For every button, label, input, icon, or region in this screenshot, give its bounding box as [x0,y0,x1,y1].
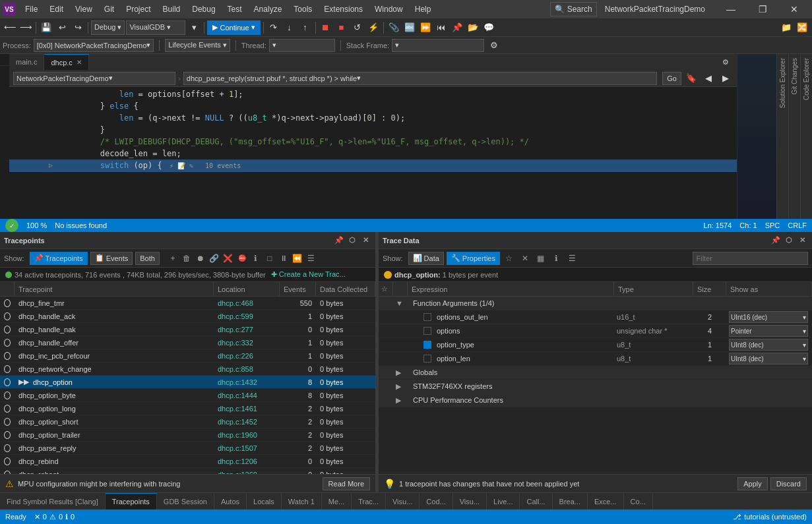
show-events-button[interactable]: 📋 Events [90,252,133,265]
bottom-tab-me---[interactable]: Me... [322,493,352,510]
step-over-button[interactable]: ↷ [266,20,281,35]
continue-button[interactable]: ▶ Continue ▾ [207,20,260,35]
minimize-button[interactable]: — [716,0,746,18]
item-checkbox[interactable] [423,327,431,335]
extra-btn-4[interactable]: ⏮ [434,20,449,35]
table-row[interactable]: dhcp_parse_reply dhcp.c:1507 2 0 bytes [0,442,375,455]
menu-build[interactable]: Build [158,1,186,17]
visualgdb-dropdown[interactable]: VisualGDB ▾ [126,20,185,35]
zoom-level[interactable]: 100 % [26,221,47,229]
trace-panel-pin-button[interactable]: 📌 [770,235,782,247]
menu-tools[interactable]: Tools [288,1,317,17]
tab-close-icon[interactable]: ✕ [77,59,82,66]
item-show-as[interactable]: UInt8 (dec) ▾ [726,338,812,351]
menu-file[interactable]: File [20,1,43,17]
menu-git[interactable]: Git [99,1,119,17]
trace-panel-close-button[interactable]: ✕ [796,235,808,247]
discard-button[interactable]: Discard [770,477,807,490]
table-row[interactable]: dhcp_fine_tmr dhcp.c:468 550 0 bytes [0,297,375,310]
show-both-button[interactable]: Both [135,252,160,265]
tp-menu-button[interactable]: ☰ [305,252,318,265]
menu-project[interactable]: Project [121,1,156,17]
bottom-tab-trac---[interactable]: Trac... [352,493,386,510]
tp-record-button[interactable]: ⏺ [194,252,207,265]
hot-reload-button[interactable]: ⚡ [366,20,381,35]
menu-search-box[interactable]: 🔍 Search [550,2,597,16]
tp-rewind-button[interactable]: ⏪ [291,252,304,265]
extra-btn-7[interactable]: 💬 [482,20,496,35]
record-button[interactable]: ⏹ [319,20,333,35]
item-show-as[interactable]: UInt16 (dec) ▾ [726,310,812,324]
item-checkbox[interactable] [423,355,431,363]
list-item[interactable]: options unsigned char * 4 Pointer ▾ [379,324,812,338]
tp-export-button[interactable]: □ [263,252,276,265]
git-changes-tab[interactable]: Git Changes [790,54,799,99]
trace-show-data-button[interactable]: 📊 Data [408,252,444,265]
lifecycle-dropdown[interactable]: Lifecycle Events ▾ [165,39,230,52]
stack-dropdown[interactable]: ▾ [392,39,484,52]
item-checkbox[interactable] [423,341,431,349]
process-dropdown[interactable]: [0x0] NetworkPacketTracingDemo ▾ [34,39,154,52]
menu-analyze[interactable]: Analyze [249,1,288,17]
tp-panel-float-button[interactable]: ⬡ [346,235,358,247]
tp-link-button[interactable]: 🔗 [208,252,221,265]
table-row[interactable]: dhcp_rebind dhcp.c:1206 0 0 bytes [0,455,375,468]
bottom-tab-call---[interactable]: Call... [520,493,552,510]
editor-settings-button[interactable]: ⚙ [718,55,733,69]
extra-btn-6[interactable]: 📂 [466,20,480,35]
maximize-button[interactable]: ❐ [747,0,778,18]
menu-extensions[interactable]: Extensions [319,1,368,17]
redo-button[interactable]: ↪ [71,20,85,35]
close-button[interactable]: ✕ [779,0,809,18]
trace-panel-float-button[interactable]: ⬡ [783,235,795,247]
tp-panel-pin-button[interactable]: 📌 [333,235,345,247]
create-tracepoint-link[interactable]: ✚ Create a New Trac... [271,270,346,279]
show-as-dropdown[interactable]: Pointer ▾ [729,325,808,337]
stop-button[interactable]: ■ [334,20,349,35]
save-button[interactable]: 💾 [39,20,53,35]
table-row[interactable]: dhcp_reboot dhcp.c:1260 0 0 bytes [0,468,375,474]
table-row[interactable]: dhcp_network_change dhcp.c:858 0 0 bytes [0,363,375,376]
table-row[interactable]: dhcp_handle_offer dhcp.c:332 1 0 bytes [0,336,375,349]
table-row[interactable]: dhcp_option_short dhcp.c:1452 2 0 bytes [0,415,375,428]
tp-remove-button[interactable]: ❌ [222,252,235,265]
bottom-tab-locals[interactable]: Locals [247,493,282,510]
table-row[interactable]: ▶▶ dhcp_option dhcp.c:1432 8 0 bytes [0,376,375,389]
thread-dropdown[interactable]: ▾ [269,39,335,52]
menu-view[interactable]: View [70,1,98,17]
bottom-tab-visu---[interactable]: Visu... [386,493,420,510]
solution-explorer-tab[interactable]: Solution Explorer [778,54,788,112]
trace-group-header[interactable]: ▶ CPU Performance Counters [379,393,812,407]
step-out-button[interactable]: ↑ [298,20,313,35]
bottom-tab-cod---[interactable]: Cod... [420,493,453,510]
table-row[interactable]: dhcp_handle_ack dhcp.c:599 1 0 bytes [0,310,375,323]
menu-edit[interactable]: Edit [44,1,69,17]
extra-btn-1[interactable]: 📎 [387,20,401,35]
show-tracepoints-button[interactable]: 📌 Tracepoints [30,252,88,265]
group-expand-icon[interactable]: ▶ [393,380,408,393]
show-as-dropdown[interactable]: UInt16 (dec) ▾ [729,311,808,323]
menu-debug[interactable]: Debug [187,1,220,17]
trace-group-header[interactable]: ▶ Globals [379,366,812,380]
group-expand-icon[interactable]: ▶ [393,366,408,379]
tp-delete-button[interactable]: 🗑 [180,252,193,265]
menu-test[interactable]: Test [222,1,247,17]
tp-add-button[interactable]: + [166,252,179,265]
trace-info-button[interactable]: ℹ [550,252,563,265]
bottom-tab-brea---[interactable]: Brea... [553,493,588,510]
extra-btn-2[interactable]: 🔤 [402,20,417,35]
git-button[interactable]: 🔀 [795,20,809,35]
trace-show-properties-button[interactable]: 🔧 Properties [447,252,500,265]
step-into-button[interactable]: ↓ [282,20,297,35]
item-show-as[interactable]: Pointer ▾ [726,324,812,337]
show-as-dropdown[interactable]: UInt8 (dec) ▾ [729,353,808,364]
trace-group-header[interactable]: ▶ STM32F746XX registers [379,380,812,393]
bottom-tab-autos[interactable]: Autos [214,493,247,510]
restart-button[interactable]: ↺ [350,20,365,35]
bottom-tab-co---[interactable]: Co... [624,493,653,510]
trace-export-button[interactable]: ☰ [566,252,579,265]
code-explorer-tab[interactable]: Code Explorer [801,54,811,104]
trace-group-header[interactable]: ▼ Function Arguments (1/4) [379,297,812,310]
trace-grid-button[interactable]: ▦ [534,252,547,265]
read-more-button[interactable]: Read More [323,477,370,490]
